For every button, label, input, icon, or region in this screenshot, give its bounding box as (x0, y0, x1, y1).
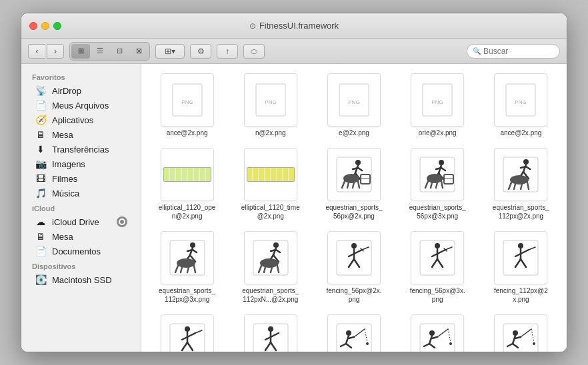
sidebar-item-label: Mesa (52, 130, 73, 140)
sort-button[interactable]: ⊞▾ (155, 44, 185, 59)
share-button[interactable]: ↑ (217, 44, 238, 59)
file-thumbnail: PNG (244, 73, 297, 127)
forward-button[interactable]: › (47, 44, 64, 59)
tag-button[interactable]: ⬭ (243, 44, 265, 59)
airdrop-icon: 📡 (35, 85, 47, 96)
imagens-icon: 📷 (35, 159, 47, 169)
file-thumbnail (494, 314, 547, 352)
list-item[interactable]: equestrian_sports_56px@3x.png (399, 145, 477, 223)
toolbar: ‹ › ⊞ ☰ ⊟ ⊠ ⊞▾ ⚙ ↑ ⬭ 🔍 (21, 39, 567, 64)
gear-button[interactable]: ⚙ (190, 44, 211, 59)
sidebar-item-icloud-mesa[interactable]: 🖥 Mesa (24, 229, 138, 244)
search-box[interactable]: 🔍 (467, 44, 560, 59)
list-item[interactable]: equestrian_sports_112pxN...@2x.png (231, 228, 309, 306)
svg-point-123 (366, 342, 369, 345)
list-item[interactable]: PNG ance@2x.png (482, 71, 560, 140)
musica-icon: 🎵 (35, 188, 47, 198)
sidebar-item-mesa[interactable]: 🖥 Mesa (24, 127, 138, 142)
file-name: equestrian_sports_112px@2x.png (491, 203, 550, 220)
file-thumbnail (411, 148, 464, 201)
sidebar-item-documentos[interactable]: 📄 Documentos (24, 244, 138, 258)
list-item[interactable]: fishing_56px@3x.png (399, 312, 477, 352)
sidebar-item-transferencias[interactable]: ⬇ Transferências (24, 142, 138, 157)
list-item[interactable]: elliptical_1120_open@2x.png (148, 145, 226, 223)
section-label-favoritos: Favoritos (21, 69, 141, 83)
minimize-button[interactable] (41, 22, 49, 30)
file-name: orie@2x.png (419, 129, 457, 137)
file-name: fencing_56px@3x.png (408, 286, 467, 304)
svg-point-57 (177, 258, 195, 268)
sidebar-item-aplicativos[interactable]: 🧭 Aplicativos (24, 113, 138, 127)
file-name: elliptical_1120_time@2x.png (241, 203, 300, 220)
icloud-mesa-icon: 🖥 (35, 231, 47, 242)
sidebar-item-macintosh-ssd[interactable]: 💽 Macintosh SSD (24, 272, 138, 287)
sidebar-item-label: Música (52, 188, 79, 198)
svg-point-31 (427, 174, 443, 183)
file-thumbnail (244, 148, 297, 201)
file-thumbnail (494, 148, 547, 201)
section-label-dispositivos: Dispositivos (21, 258, 141, 272)
list-item[interactable]: PNG n@2x.png (231, 71, 309, 140)
svg-text:PNG: PNG (265, 99, 276, 105)
sidebar-item-label: iCloud Drive (52, 217, 99, 227)
filmes-icon: 🎞 (35, 173, 47, 184)
list-item[interactable]: fencing_112pxNoP adding@2x.png (231, 312, 309, 352)
file-name: equestrian_sports_112pxN...@2x.png (241, 286, 300, 304)
window-title: ⊙ FitnessUI.framework (249, 21, 339, 31)
search-icon: 🔍 (473, 47, 481, 55)
back-button[interactable]: ‹ (28, 44, 45, 59)
sidebar-item-label: Macintosh SSD (52, 275, 112, 285)
sidebar-item-label: AirDrop (52, 86, 81, 96)
sidebar-item-filmes[interactable]: 🎞 Filmes (24, 171, 138, 186)
view-column-button[interactable]: ⊟ (110, 44, 129, 59)
list-item[interactable]: equestrian_sports_112px@3x.png (148, 228, 226, 306)
list-item[interactable]: equestrian_sports_56px@2x.png (315, 145, 393, 223)
close-button[interactable] (29, 22, 37, 30)
finder-window: ⊙ FitnessUI.framework ‹ › ⊞ ☰ ⊟ ⊠ ⊞▾ ⚙ ↑… (21, 13, 567, 352)
sidebar-item-airdrop[interactable]: 📡 AirDrop (24, 83, 138, 98)
list-item[interactable]: fencing_112px@2x.png (482, 228, 560, 306)
list-item[interactable]: PNG ance@2x.png (148, 71, 226, 140)
list-item[interactable]: fencing_56px@3x.png (399, 228, 477, 306)
view-list-button[interactable]: ☰ (91, 44, 109, 59)
file-grid: PNG ance@2x.png PNG n@2x.png (141, 64, 567, 352)
list-item[interactable]: fencing_112px@3x.png (148, 312, 226, 352)
file-thumbnail (327, 231, 381, 284)
file-thumbnail: PNG (411, 73, 464, 127)
list-item[interactable]: fishing_56px@2x.png (315, 312, 393, 352)
sidebar-item-musica[interactable]: 🎵 Música (24, 186, 138, 200)
sidebar-item-imagens[interactable]: 📷 Imagens (24, 157, 138, 171)
sidebar-item-label: Aplicativos (52, 115, 93, 125)
icloud-badge (117, 216, 127, 227)
list-item[interactable]: fencing_56px@2x.png (315, 228, 393, 306)
framework-icon: ⊙ (249, 21, 256, 31)
view-cover-button[interactable]: ⊠ (129, 44, 148, 59)
file-thumbnail (161, 314, 214, 352)
file-thumbnail (494, 231, 547, 284)
file-name: n@2x.png (255, 129, 286, 137)
file-name: e@2x.png (339, 129, 369, 137)
svg-text:PNG: PNG (432, 99, 443, 105)
maximize-button[interactable] (53, 22, 61, 30)
view-icon-button[interactable]: ⊞ (71, 44, 90, 59)
sidebar-item-icloud-drive[interactable]: ☁ iCloud Drive (24, 214, 138, 229)
list-item[interactable]: PNG e@2x.png (315, 71, 393, 140)
list-item[interactable]: PNG orie@2x.png (399, 71, 477, 140)
list-item[interactable]: fishing_112px@2x.png (482, 312, 560, 352)
file-thumbnail (411, 314, 464, 352)
file-thumbnail: PNG (161, 73, 214, 127)
file-thumbnail (244, 314, 297, 352)
sidebar-item-label: Transferências (52, 145, 109, 155)
sidebar-item-meus-arquivos[interactable]: 📄 Meus Arquivos (24, 98, 138, 113)
view-buttons: ⊞ ☰ ⊟ ⊠ (69, 42, 150, 61)
search-input[interactable] (483, 47, 554, 56)
list-item[interactable]: elliptical_1120_time@2x.png (231, 145, 309, 223)
svg-point-141 (533, 342, 535, 345)
svg-text:PNG: PNG (515, 99, 527, 105)
file-name: equestrian_sports_56px@2x.png (325, 203, 383, 220)
sidebar-item-label: Filmes (52, 174, 77, 184)
svg-text:PNG: PNG (348, 99, 359, 105)
list-item[interactable]: equestrian_sports_112px@2x.png (482, 145, 560, 223)
sidebar: Favoritos 📡 AirDrop 📄 Meus Arquivos 🧭 Ap… (21, 64, 141, 352)
sidebar-item-label: Documentos (52, 246, 101, 256)
